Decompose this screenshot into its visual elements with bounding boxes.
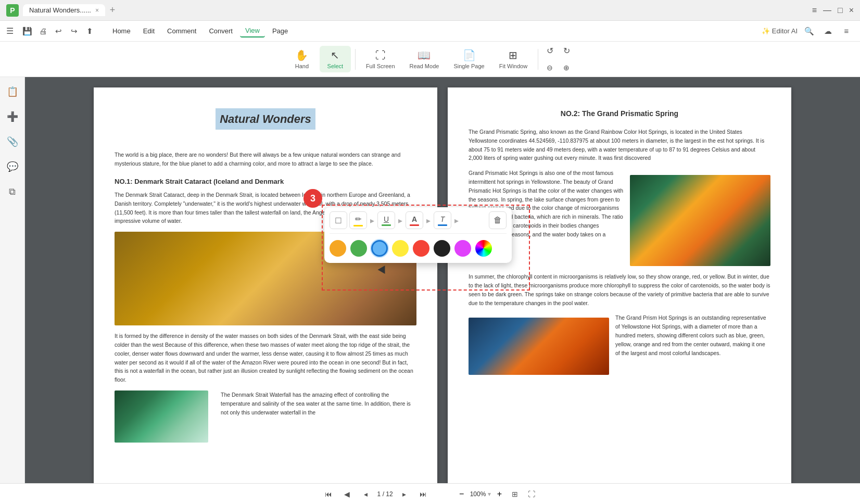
print-button[interactable]: 🖨 xyxy=(35,24,50,39)
zoom-out-button[interactable]: − xyxy=(456,488,468,500)
intro-text: The world is a big place, there are no w… xyxy=(115,150,416,168)
color-green[interactable] xyxy=(350,240,367,257)
app-icon: P xyxy=(6,4,19,17)
right-bottom-col: The Grand Prism Hot Springs is an outsta… xyxy=(469,313,770,379)
annotation-area: □ ✏ ▸ U ▸ xyxy=(324,207,512,263)
settings-button[interactable]: ≡ xyxy=(839,24,854,39)
rotate-group: ↺ ↻ ⊖ ⊕ xyxy=(542,44,574,75)
color-purple[interactable] xyxy=(454,240,471,257)
fullscreen-label: Full Screen xyxy=(366,63,395,69)
right-page-title: NO.2: The Grand Prismatic Spring xyxy=(469,108,770,119)
zoom-out-toolbar-button[interactable]: ⊖ xyxy=(542,60,557,75)
menu-edit[interactable]: Edit xyxy=(138,25,160,37)
zoom-area: − 100% ▾ + ⊞ ⛶ xyxy=(456,487,539,501)
toolbar-icons: 💾 🖨 ↩ ↪ ⬆ xyxy=(20,24,97,39)
menu-comment[interactable]: Comment xyxy=(162,25,201,37)
hand-label: Hand xyxy=(295,63,309,69)
menu-convert[interactable]: Convert xyxy=(204,25,238,37)
menu-home[interactable]: Home xyxy=(107,25,136,37)
fullscreen-icon: ⛶ xyxy=(375,49,386,61)
rect-tool-button[interactable]: □ xyxy=(330,211,347,229)
back-page-button[interactable]: ◂ xyxy=(359,487,373,501)
readmode-icon: 📖 xyxy=(418,49,431,61)
forward-page-button[interactable]: ▸ xyxy=(397,487,412,501)
current-page: 1 xyxy=(377,490,381,498)
share-button[interactable]: ⬆ xyxy=(82,24,97,39)
prev-page-button[interactable]: ◀ xyxy=(340,487,355,501)
text-tool-button[interactable]: T xyxy=(434,211,451,229)
rotate-left-button[interactable]: ↺ xyxy=(542,44,557,58)
zoom-dropdown-arrow[interactable]: ▾ xyxy=(488,490,491,498)
sidebar-attachment-button[interactable]: 📎 xyxy=(4,133,21,150)
select-tool-button[interactable]: ↖ Select xyxy=(320,46,351,72)
singlepage-icon: 📄 xyxy=(463,49,476,61)
last-page-button[interactable]: ⏭ xyxy=(416,487,431,501)
left-sidebar: 📋 ➕ 📎 💬 ⧉ xyxy=(0,77,25,483)
first-page-button[interactable]: ⏮ xyxy=(321,487,336,501)
font-color-tool-button[interactable]: A xyxy=(406,211,423,229)
separator-1 xyxy=(355,49,356,70)
readmode-label: Read Mode xyxy=(410,63,439,69)
color-row xyxy=(330,238,507,259)
sidebar-layers-button[interactable]: ⧉ xyxy=(4,183,21,200)
left-page: Natural Wonders The world is a big place… xyxy=(94,87,437,483)
singlepage-label: Single Page xyxy=(453,63,484,69)
ai-label: Editor AI xyxy=(772,27,798,35)
redo-button[interactable]: ↪ xyxy=(67,24,81,39)
sidebar-thumbnail-button[interactable]: 📋 xyxy=(4,83,21,100)
annotation-toolbar: □ ✏ ▸ U ▸ xyxy=(324,207,512,263)
select-icon: ↖ xyxy=(331,49,339,61)
right-intro-text: The Grand Prismatic Spring, also known a… xyxy=(469,128,770,162)
save-button[interactable]: 💾 xyxy=(20,24,34,39)
undo-button[interactable]: ↩ xyxy=(51,24,66,39)
cloud-button[interactable]: ☁ xyxy=(820,24,835,39)
color-black[interactable] xyxy=(434,240,450,257)
maximize-button[interactable]: □ xyxy=(838,6,843,15)
waterfall-image-2 xyxy=(115,390,208,443)
menu-button[interactable]: ≡ xyxy=(812,6,817,15)
search-button[interactable]: 🔍 xyxy=(802,24,816,39)
tab-title: Natural Wonders...... xyxy=(29,6,91,14)
underline-tool-button[interactable]: U xyxy=(377,211,395,229)
fit-page-button[interactable]: ⊞ xyxy=(508,487,522,501)
singlepage-tool-button[interactable]: 📄 Single Page xyxy=(447,46,490,72)
menubar-right: ✨ Editor AI 🔍 ☁ ≡ xyxy=(762,24,854,39)
fullscreen-bottom-button[interactable]: ⛶ xyxy=(524,487,539,501)
active-tab[interactable]: Natural Wonders...... × xyxy=(23,4,105,16)
zoom-in-button[interactable]: + xyxy=(493,488,505,500)
hamburger-icon[interactable]: ☰ xyxy=(6,26,14,36)
bottom-col-area: The Denmark Strait Waterfall has the ama… xyxy=(115,390,416,443)
zoom-in-toolbar-button[interactable]: ⊕ xyxy=(559,60,574,75)
menu-page[interactable]: Page xyxy=(267,25,293,37)
menu-view[interactable]: View xyxy=(240,24,265,37)
titlebar: P Natural Wonders...... × + ≡ — □ × xyxy=(0,0,860,21)
readmode-tool-button[interactable]: 📖 Read Mode xyxy=(403,46,446,72)
rotate-right-button[interactable]: ↻ xyxy=(559,44,574,58)
color-orange[interactable] xyxy=(330,240,346,257)
color-rainbow[interactable] xyxy=(475,240,492,257)
separator-2 xyxy=(538,49,538,70)
document-title: Natural Wonders xyxy=(216,108,315,130)
minimize-button[interactable]: — xyxy=(823,6,831,15)
color-red[interactable] xyxy=(413,240,429,257)
close-button[interactable]: × xyxy=(849,6,854,15)
prismatic-spring-image xyxy=(630,175,770,266)
color-blue[interactable] xyxy=(371,240,388,257)
highlight-tool-button[interactable]: ✏ xyxy=(349,211,367,229)
hand-tool-button[interactable]: ✋ Hand xyxy=(286,46,318,72)
delete-annotation-button[interactable]: 🗑 xyxy=(489,211,507,229)
sidebar-add-button[interactable]: ➕ xyxy=(4,108,21,125)
page-indicator: 1 / 12 xyxy=(377,490,393,498)
tab-close-button[interactable]: × xyxy=(95,7,99,14)
bottom-bar: ⏮ ◀ ◂ 1 / 12 ▸ ⏭ − 100% ▾ + ⊞ ⛶ xyxy=(0,483,860,504)
new-tab-button[interactable]: + xyxy=(106,4,119,17)
sidebar-comment-button[interactable]: 💬 xyxy=(4,158,21,175)
editor-ai-button[interactable]: ✨ Editor AI xyxy=(762,27,798,35)
window-controls: ≡ — □ × xyxy=(812,6,854,15)
section1-text3: The Denmark Strait Waterfall has the ama… xyxy=(221,390,416,417)
main-area: 📋 ➕ 📎 💬 ⧉ Natural Wonders The world is a… xyxy=(0,77,860,483)
fitwindow-tool-button[interactable]: ⊞ Fit Window xyxy=(493,46,534,72)
fullscreen-tool-button[interactable]: ⛶ Full Screen xyxy=(360,46,401,72)
color-yellow[interactable] xyxy=(392,240,409,257)
ai-icon: ✨ xyxy=(762,27,770,35)
